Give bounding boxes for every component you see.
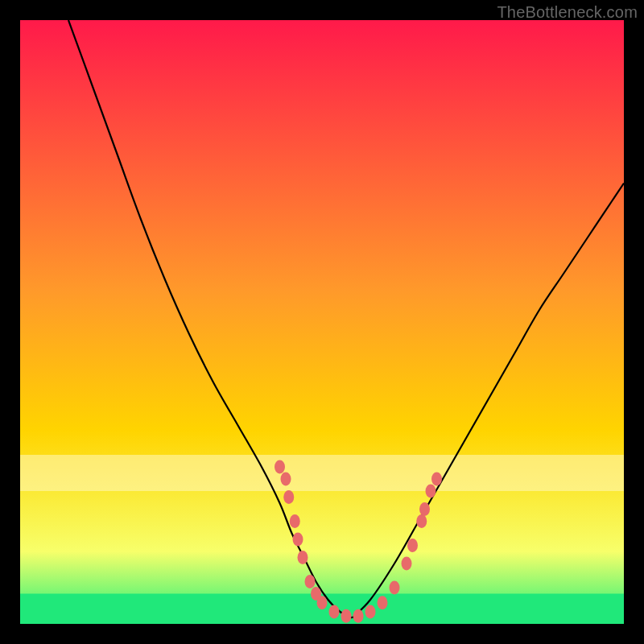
marker-dot	[317, 596, 328, 609]
gradient-background	[20, 20, 624, 624]
marker-dot	[416, 514, 427, 528]
pale-horizontal-band	[20, 455, 624, 491]
marker-dot	[293, 533, 303, 547]
marker-dot	[281, 473, 291, 486]
marker-dot	[390, 581, 400, 595]
plot-area	[20, 20, 624, 624]
marker-dot	[305, 575, 316, 588]
outer-frame: TheBottleneck.com	[0, 0, 644, 644]
marker-dot	[426, 485, 436, 498]
marker-dot	[298, 551, 308, 564]
marker-dot	[402, 557, 412, 571]
marker-dot	[283, 490, 294, 504]
marker-dot	[275, 460, 285, 474]
marker-dot	[378, 596, 388, 609]
marker-dot	[290, 514, 300, 528]
marker-dot	[431, 473, 442, 486]
marker-dot	[353, 609, 364, 623]
marker-dot	[419, 502, 430, 516]
marker-dot	[341, 609, 352, 623]
marker-dot	[329, 605, 340, 619]
chart-svg	[20, 20, 624, 624]
marker-dot	[365, 605, 376, 619]
marker-dot	[407, 539, 418, 552]
watermark-text: TheBottleneck.com	[497, 3, 638, 22]
